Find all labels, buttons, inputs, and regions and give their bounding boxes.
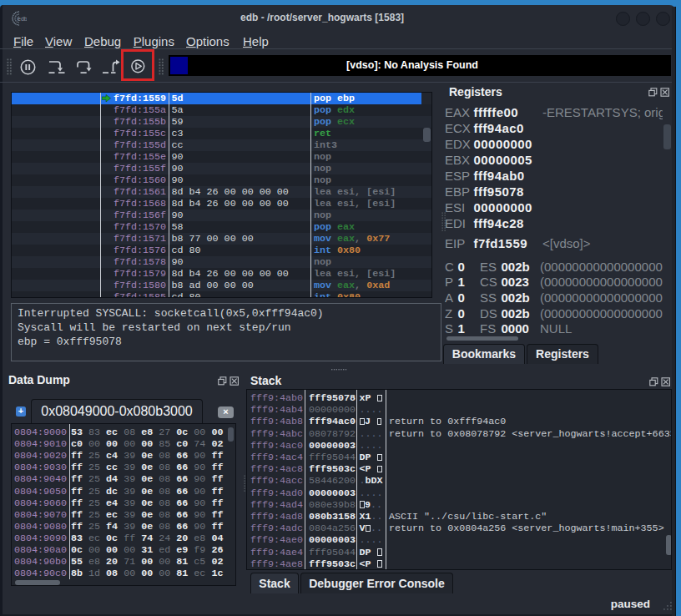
svg-text:edb: edb: [18, 16, 27, 22]
